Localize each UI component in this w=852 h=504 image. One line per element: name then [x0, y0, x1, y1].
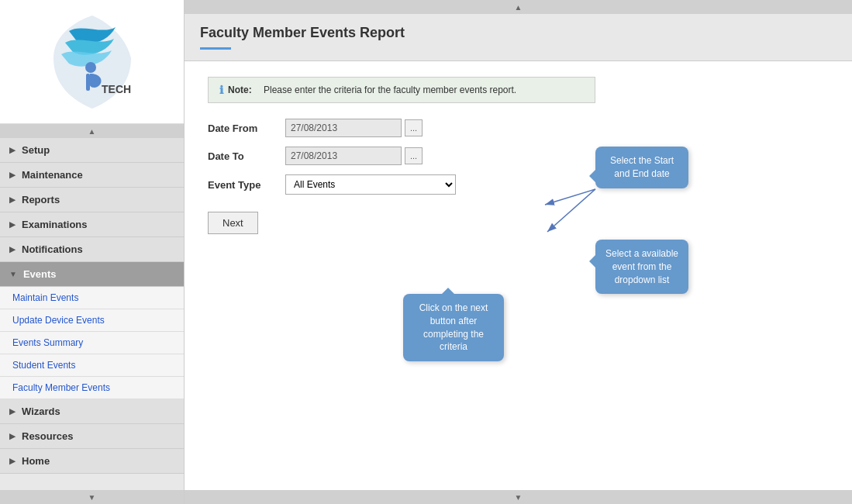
sidebar-item-maintenance[interactable]: ▶ Maintenance [0, 163, 184, 188]
examinations-arrow-icon: ▶ [9, 220, 16, 229]
date-from-row: Date From ... [208, 119, 829, 137]
sidebar-item-setup[interactable]: ▶ Setup [0, 138, 184, 163]
date-to-picker-button[interactable]: ... [405, 147, 423, 164]
events-arrow-icon: ▼ [9, 270, 17, 278]
page-title-divider [200, 47, 231, 50]
reports-arrow-icon: ▶ [9, 195, 16, 204]
tooltip-date: Select the Start and End date [595, 147, 688, 188]
sidebar-item-reports-label: Reports [22, 194, 60, 205]
note-text: Please enter the criteria for the facult… [264, 85, 516, 95]
tooltip-event-text: Select a available event from the dropdo… [605, 248, 678, 285]
sidebar-item-faculty-member-events[interactable]: Faculty Member Events [0, 377, 184, 399]
tooltip-next: Click on the next button after completin… [403, 294, 504, 361]
tooltip-next-text: Click on the next button after completin… [419, 302, 488, 352]
date-from-input[interactable] [285, 119, 402, 137]
page-header: Faculty Member Events Report [185, 14, 852, 61]
setup-arrow-icon: ▶ [9, 146, 16, 154]
logo-icon: TECH [46, 12, 139, 112]
sidebar-item-wizards[interactable]: ▶ Wizards [0, 399, 184, 424]
sidebar-item-examinations-label: Examinations [22, 219, 88, 230]
note-label: Note: [228, 85, 252, 95]
sidebar: TECH ▲ ▶ Setup ▶ Maintenance ▶ Reports ▶… [0, 0, 185, 504]
tooltip-event: Select a available event from the dropdo… [595, 240, 688, 294]
date-from-label: Date From [208, 123, 285, 134]
maintenance-arrow-icon: ▶ [9, 171, 16, 179]
svg-line-5 [547, 189, 595, 232]
sidebar-item-setup-label: Setup [22, 144, 50, 156]
svg-point-0 [85, 62, 96, 73]
logo-area: TECH [0, 0, 184, 124]
sidebar-item-events-summary[interactable]: Events Summary [0, 332, 184, 354]
date-to-input[interactable] [285, 147, 402, 165]
event-type-select[interactable]: All Events [285, 174, 456, 195]
notifications-arrow-icon: ▶ [9, 245, 16, 254]
home-arrow-icon: ▶ [9, 457, 16, 465]
sidebar-item-examinations[interactable]: ▶ Examinations [0, 212, 184, 237]
wizards-arrow-icon: ▶ [9, 407, 16, 416]
sidebar-item-home[interactable]: ▶ Home [0, 449, 184, 474]
event-type-row: Event Type All Events [208, 174, 829, 195]
sidebar-item-resources-label: Resources [22, 430, 73, 442]
note-box: ℹ Note: Please enter the criteria for th… [208, 77, 595, 103]
sidebar-item-maintain-events[interactable]: Maintain Events [0, 287, 184, 309]
date-from-picker-button[interactable]: ... [405, 119, 423, 136]
sidebar-item-reports[interactable]: ▶ Reports [0, 188, 184, 212]
sidebar-item-home-label: Home [22, 455, 50, 467]
sidebar-item-events-label: Events [23, 268, 57, 280]
main-scroll-up[interactable]: ▲ [185, 0, 852, 14]
main-scroll-down[interactable]: ▼ [185, 490, 852, 504]
sidebar-item-update-device-events[interactable]: Update Device Events [0, 309, 184, 332]
events-submenu: Maintain Events Update Device Events Eve… [0, 287, 184, 399]
svg-rect-1 [86, 74, 90, 91]
content-area: Faculty Member Events Report ℹ Note: Ple… [185, 14, 852, 490]
sidebar-scroll-down[interactable]: ▼ [0, 490, 184, 504]
date-to-label: Date To [208, 150, 285, 162]
info-icon: ℹ [219, 84, 223, 96]
sidebar-item-resources[interactable]: ▶ Resources [0, 424, 184, 449]
sidebar-scroll-up[interactable]: ▲ [0, 124, 184, 138]
main-content: ▲ Faculty Member Events Report ℹ Note: P… [185, 0, 852, 504]
resources-arrow-icon: ▶ [9, 432, 16, 440]
sidebar-item-notifications[interactable]: ▶ Notifications [0, 237, 184, 262]
sidebar-item-events[interactable]: ▼ Events [0, 262, 184, 287]
form-area: ℹ Note: Please enter the criteria for th… [185, 61, 852, 250]
sidebar-item-wizards-label: Wizards [22, 406, 60, 417]
sidebar-item-notifications-label: Notifications [22, 243, 83, 255]
sidebar-item-maintenance-label: Maintenance [22, 169, 83, 181]
date-to-row: Date To ... [208, 147, 829, 165]
event-type-label: Event Type [208, 179, 285, 191]
next-button[interactable]: Next [208, 212, 258, 234]
tooltip-date-text: Select the Start and End date [610, 155, 674, 179]
sidebar-item-student-events[interactable]: Student Events [0, 354, 184, 377]
page-title: Faculty Member Events Report [200, 25, 836, 41]
svg-text:TECH: TECH [102, 83, 131, 95]
